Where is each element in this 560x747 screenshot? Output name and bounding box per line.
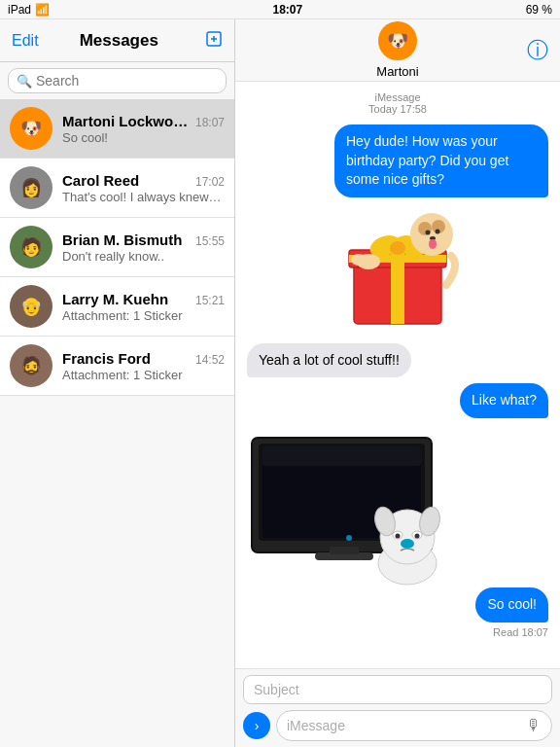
conv-time: 18:07 <box>195 116 225 129</box>
left-header: Edit Messages <box>0 19 234 62</box>
svg-point-34 <box>401 539 414 549</box>
conv-time: 17:02 <box>195 175 225 189</box>
meta-time: Today 17:58 <box>368 103 427 115</box>
conv-preview: So cool! <box>62 130 225 145</box>
dog-sticker <box>364 500 451 587</box>
mic-icon: 🎙 <box>526 717 542 734</box>
conv-preview: Attachment: 1 Sticker <box>62 368 225 382</box>
svg-rect-22 <box>262 446 421 466</box>
chat-header-avatar: 🐶 <box>378 21 417 60</box>
conversation-item-carol[interactable]: 👩Carol Reed17:02That's cool! I always kn… <box>0 159 234 218</box>
conv-time: 15:21 <box>195 294 225 307</box>
avatar: 👩 <box>10 166 52 209</box>
conv-info: Martoni Lockwood18:07So cool! <box>62 113 225 145</box>
conversation-list: 🐶Martoni Lockwood18:07So cool!👩Carol Ree… <box>0 99 234 747</box>
svg-rect-24 <box>330 547 359 554</box>
svg-point-32 <box>396 533 401 538</box>
status-bar-time: 18:07 <box>272 3 302 17</box>
svg-point-9 <box>390 241 405 255</box>
conv-name: Carol Reed <box>62 172 139 189</box>
main-layout: Edit Messages 🔍 🐶Martoni Lockwood18:07So… <box>0 19 560 747</box>
avatar: 🐶 <box>10 107 52 150</box>
avatar: 👴 <box>10 285 52 328</box>
conv-info: Carol Reed17:02That's cool! I always kne… <box>62 172 225 204</box>
chat-header-name: Martoni <box>376 64 418 79</box>
right-panel: 🐶 Martoni ⓘ iMessage Today 17:58 Hey dud… <box>235 19 560 747</box>
info-button[interactable]: ⓘ <box>527 36 548 65</box>
conversation-item-brian[interactable]: 🧑Brian M. Bismuth15:55Don't really know.… <box>0 218 234 277</box>
conv-preview: That's cool! I always knew they would ma… <box>62 190 225 204</box>
chat-messages[interactable]: iMessage Today 17:58 Hey dude! How was y… <box>235 82 560 668</box>
message-bubble-sent: So cool! <box>475 587 548 622</box>
chat-header: 🐶 Martoni ⓘ <box>235 19 560 82</box>
message-input-wrap[interactable]: iMessage 🎙 <box>276 710 552 741</box>
status-bar: iPad 📶 18:07 69 % <box>0 0 560 19</box>
read-receipt: Read 18:07 <box>247 626 548 638</box>
conv-preview: Attachment: 1 Sticker <box>62 308 225 323</box>
svg-point-16 <box>429 239 437 249</box>
avatar: 🧑 <box>10 226 52 268</box>
search-icon: 🔍 <box>17 74 32 89</box>
left-panel: Edit Messages 🔍 🐶Martoni Lockwood18:07So… <box>0 19 235 747</box>
message-meta: iMessage Today 17:58 <box>247 91 548 115</box>
search-input[interactable] <box>36 73 218 89</box>
chat-header-info: 🐶 Martoni <box>376 21 418 79</box>
status-bar-left: iPad 📶 <box>8 3 50 17</box>
send-button[interactable]: › <box>243 712 270 739</box>
meta-service: iMessage <box>374 91 420 103</box>
subject-input[interactable]: Subject <box>243 675 552 704</box>
conversation-item-martoni[interactable]: 🐶Martoni Lockwood18:07So cool! <box>0 99 234 159</box>
conv-name: Francis Ford <box>62 350 151 367</box>
message-placeholder: iMessage <box>287 718 345 733</box>
conv-name: Brian M. Bismuth <box>62 231 182 248</box>
svg-point-18 <box>351 254 367 266</box>
conversation-item-larry[interactable]: 👴Larry M. Kuehn15:21Attachment: 1 Sticke… <box>0 277 234 337</box>
avatar: 🧔 <box>10 344 52 387</box>
sticker-tv-area <box>247 428 548 578</box>
send-icon: › <box>255 718 260 733</box>
chat-input-area: Subject › iMessage 🎙 <box>235 668 560 747</box>
device-label: iPad <box>8 3 31 17</box>
wifi-icon: 📶 <box>35 3 50 17</box>
svg-point-13 <box>426 230 431 234</box>
conv-info: Larry M. Kuehn15:21Attachment: 1 Sticker <box>62 291 225 323</box>
messages-title: Messages <box>39 31 199 51</box>
message-bubble-received: Yeah a lot of cool stuff!! <box>247 343 411 378</box>
message-row: Hey dude! How was your birthday party? D… <box>247 124 548 197</box>
subject-placeholder: Subject <box>254 682 299 697</box>
conv-time: 15:55 <box>195 234 225 248</box>
compose-button[interactable] <box>199 30 223 52</box>
message-row: Like what? <box>247 383 548 418</box>
edit-button[interactable]: Edit <box>12 32 39 50</box>
search-bar[interactable]: 🔍 <box>8 68 227 93</box>
message-bubble-sent: Hey dude! How was your birthday party? D… <box>334 124 548 197</box>
conv-name: Martoni Lockwood <box>62 113 189 129</box>
message-row: Yeah a lot of cool stuff!! <box>247 343 548 378</box>
tv-sticker-wrap <box>247 428 441 578</box>
sticker-gift-area <box>247 207 548 334</box>
battery-label: 69 % <box>526 3 552 17</box>
conv-info: Brian M. Bismuth15:55Don't really know.. <box>62 231 225 264</box>
svg-point-33 <box>415 533 420 538</box>
message-bubble-sent: Like what? <box>460 383 548 418</box>
svg-point-25 <box>346 535 352 541</box>
conv-preview: Don't really know.. <box>62 249 225 264</box>
conversation-item-francis[interactable]: 🧔Francis Ford14:52Attachment: 1 Sticker <box>0 337 234 396</box>
conv-time: 14:52 <box>195 353 225 367</box>
message-row: So cool! <box>247 587 548 622</box>
gift-sticker <box>334 207 461 334</box>
svg-point-14 <box>436 229 440 233</box>
message-input-row: › iMessage 🎙 <box>243 710 552 741</box>
svg-point-10 <box>410 213 453 256</box>
conv-info: Francis Ford14:52Attachment: 1 Sticker <box>62 350 225 382</box>
conv-name: Larry M. Kuehn <box>62 291 168 307</box>
status-bar-right: 69 % <box>526 3 552 17</box>
